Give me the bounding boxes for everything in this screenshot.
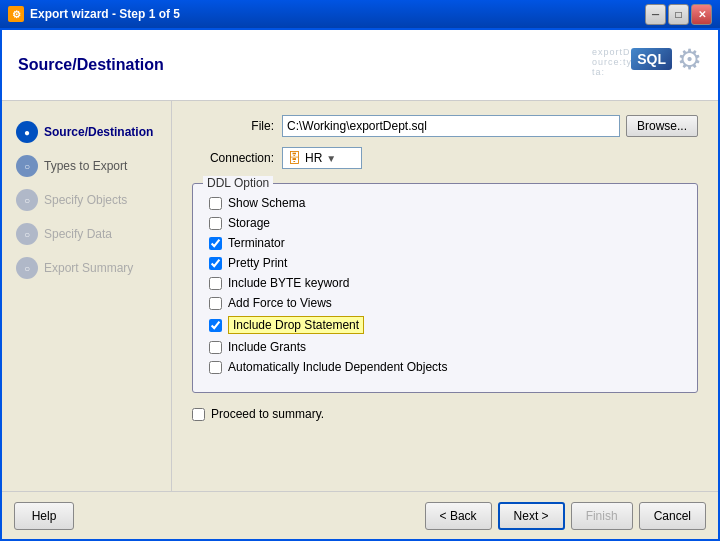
checkbox-row-pretty-print: Pretty Print [209,256,681,270]
main-panel: File: Browse... Connection: 🗄 HR ▼ DDL O… [172,101,718,491]
step-icon-2: ○ [16,155,38,177]
include-grants-checkbox[interactable] [209,341,222,354]
help-button[interactable]: Help [14,502,74,530]
checkbox-row-include-byte: Include BYTE keyword [209,276,681,290]
storage-label[interactable]: Storage [228,216,270,230]
auto-include-label[interactable]: Automatically Include Dependent Objects [228,360,447,374]
step-icon-3: ○ [16,189,38,211]
proceed-row: Proceed to summary. [192,407,698,421]
sidebar-item-source-destination[interactable]: ● Source/Destination [10,117,163,147]
connection-select[interactable]: 🗄 HR ▼ [282,147,362,169]
sidebar-item-specify-data: ○ Specify Data [10,219,163,249]
file-input[interactable] [282,115,620,137]
ddl-legend: DDL Option [203,176,273,190]
proceed-checkbox[interactable] [192,408,205,421]
sidebar-label-types-to-export: Types to Export [44,159,127,173]
maximize-button[interactable]: □ [668,4,689,25]
close-button[interactable]: ✕ [691,4,712,25]
include-drop-checkbox[interactable] [209,319,222,332]
finish-button[interactable]: Finish [571,502,633,530]
checkbox-row-include-drop: Include Drop Statement [209,316,681,334]
page-title: Source/Destination [18,56,164,74]
sidebar-item-specify-objects: ○ Specify Objects [10,185,163,215]
show-schema-checkbox[interactable] [209,197,222,210]
terminator-checkbox[interactable] [209,237,222,250]
sidebar-item-export-summary: ○ Export Summary [10,253,163,283]
next-button[interactable]: Next > [498,502,565,530]
back-button[interactable]: < Back [425,502,492,530]
app-icon: ⚙ [8,6,24,22]
add-force-label[interactable]: Add Force to Views [228,296,332,310]
pretty-print-checkbox[interactable] [209,257,222,270]
checkbox-row-terminator: Terminator [209,236,681,250]
add-force-checkbox[interactable] [209,297,222,310]
checkbox-row-include-grants: Include Grants [209,340,681,354]
connection-value: HR [305,151,322,165]
minimize-button[interactable]: ─ [645,4,666,25]
connection-label: Connection: [192,151,282,165]
include-grants-label[interactable]: Include Grants [228,340,306,354]
auto-include-checkbox[interactable] [209,361,222,374]
checkbox-row-storage: Storage [209,216,681,230]
title-bar: ⚙ Export wizard - Step 1 of 5 ─ □ ✕ [0,0,720,28]
connection-row: Connection: 🗄 HR ▼ [192,147,698,169]
include-byte-label[interactable]: Include BYTE keyword [228,276,349,290]
sidebar-label-export-summary: Export Summary [44,261,133,275]
checkbox-row-add-force: Add Force to Views [209,296,681,310]
sidebar-item-types-to-export[interactable]: ○ Types to Export [10,151,163,181]
file-label: File: [192,119,282,133]
ddl-options-box: DDL Option Show Schema Storage Terminato… [192,183,698,393]
step-icon-5: ○ [16,257,38,279]
step-icon-1: ● [16,121,38,143]
window-controls: ─ □ ✕ [645,4,712,25]
sidebar-label-source-destination: Source/Destination [44,125,153,139]
header-decoration: exportDest::source:type:data: SQL ⚙ [592,43,702,88]
include-byte-checkbox[interactable] [209,277,222,290]
db-icon: 🗄 [287,150,301,166]
dialog-header: Source/Destination exportDest::source:ty… [2,30,718,101]
show-schema-label[interactable]: Show Schema [228,196,305,210]
checkbox-row-auto-include: Automatically Include Dependent Objects [209,360,681,374]
dialog-content: ● Source/Destination ○ Types to Export ○… [2,101,718,491]
checkbox-row-show-schema: Show Schema [209,196,681,210]
include-drop-label[interactable]: Include Drop Statement [228,316,364,334]
file-row: File: Browse... [192,115,698,137]
proceed-label[interactable]: Proceed to summary. [211,407,324,421]
step-icon-4: ○ [16,223,38,245]
title-bar-text: Export wizard - Step 1 of 5 [30,7,180,21]
terminator-label[interactable]: Terminator [228,236,285,250]
pretty-print-label[interactable]: Pretty Print [228,256,287,270]
browse-button[interactable]: Browse... [626,115,698,137]
sql-badge: SQL [631,48,672,70]
header-graphic: exportDest::source:type:data: SQL ⚙ [582,40,702,90]
sidebar-label-specify-objects: Specify Objects [44,193,127,207]
dialog-footer: Help < Back Next > Finish Cancel [2,491,718,539]
sidebar: ● Source/Destination ○ Types to Export ○… [2,101,172,491]
dropdown-arrow-icon: ▼ [326,153,336,164]
storage-checkbox[interactable] [209,217,222,230]
cancel-button[interactable]: Cancel [639,502,706,530]
dialog: Source/Destination exportDest::source:ty… [0,28,720,541]
sidebar-label-specify-data: Specify Data [44,227,112,241]
gear-decoration: ⚙ [677,43,702,76]
